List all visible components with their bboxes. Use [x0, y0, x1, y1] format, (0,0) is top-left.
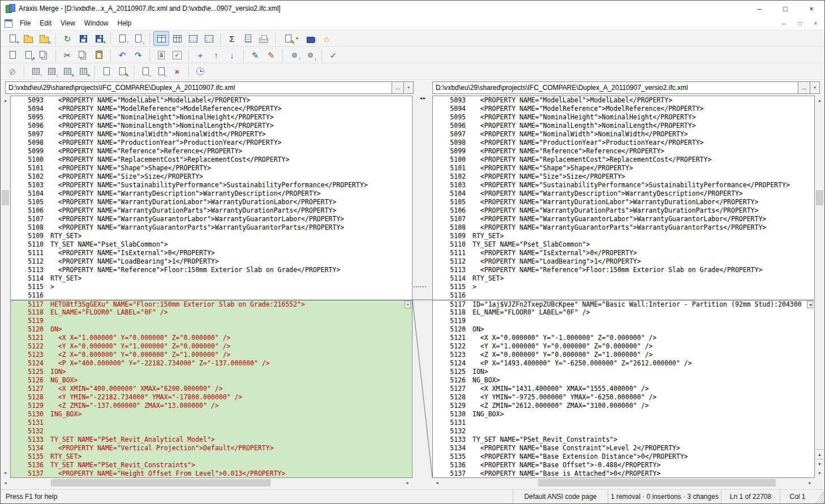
code-line[interactable]: 5121 <X X="1.000000" Y="0.000000" Z="0.0… — [11, 334, 412, 342]
code-line[interactable]: 5136TY_SET NAME="PSet_Revit_Constraints"… — [11, 461, 412, 469]
code-line[interactable]: 5132 — [433, 427, 814, 436]
code-line[interactable]: 5106 <PROPERTY NAME="WarrantyDurationPar… — [11, 206, 412, 215]
code-line[interactable]: 5110TY_SET NAME="Pset_SlabCommon"> — [433, 240, 814, 249]
text-view-button[interactable] — [185, 31, 201, 46]
right-hscroll-thumb[interactable] — [538, 479, 776, 486]
minimize-button[interactable]: – — [746, 1, 772, 16]
code-line[interactable]: 5132 — [11, 427, 412, 436]
code-line[interactable]: 5097 <PROPERTY NAME="NominalWidth">Nomin… — [11, 130, 412, 139]
left-path-dropdown[interactable]: ▼ — [404, 81, 414, 94]
code-line[interactable]: 5112 <PROPERTY NAME="LoadBearing">1</PRO… — [11, 257, 412, 266]
open-comparison-button[interactable] — [20, 31, 36, 46]
code-line[interactable]: 5100 <PROPERTY NAME="ReplacementCost">Re… — [433, 156, 814, 164]
code-line[interactable]: 5125ION> — [11, 368, 412, 376]
code-line[interactable]: 5098 <PROPERTY NAME="ProductionYear">Pro… — [11, 139, 412, 147]
code-line[interactable]: 5108 <PROPERTY NAME="WarrantyGuarantorPa… — [433, 223, 814, 232]
left-horizontal-scrollbar[interactable]: ◄ ► — [1, 478, 412, 488]
code-line[interactable]: 5099 <PROPERTY NAME="Reference">Referenc… — [433, 147, 814, 156]
code-line[interactable]: 5107 <PROPERTY NAME="WarrantyGuarantorLa… — [433, 215, 814, 223]
cut-button[interactable]: ✂ — [59, 48, 75, 62]
code-line[interactable]: 5124 <P X="400.000000" Y="-22182.734000"… — [11, 359, 412, 368]
code-line[interactable]: 5097 <PROPERTY NAME="NominalWidth">Nomin… — [433, 130, 814, 139]
code-line[interactable]: 5117HETO8tf3SgGEXu" NAME="Floor:150mm Ex… — [11, 300, 412, 308]
code-line[interactable]: 5121 <X X="0.000000" Y="-1.000000" Z="0.… — [433, 334, 814, 342]
code-line[interactable]: 5127 <X XMIN="400.000000" XMAX="6200.000… — [11, 385, 412, 393]
code-line[interactable]: 5131 — [433, 419, 814, 427]
code-line[interactable]: 5125ION> — [433, 368, 814, 376]
last-block-button[interactable]: » — [75, 64, 91, 79]
code-line[interactable]: 5124 <P X="1493.400000" Y="-6250.000000"… — [433, 359, 814, 368]
maximize-button[interactable]: □ — [772, 1, 798, 16]
scroll-left-icon[interactable]: ◄ — [432, 478, 442, 488]
code-line[interactable]: 5135 <PROPERTY NAME="Base Extension Dist… — [433, 453, 814, 461]
edit-first-file-button[interactable]: ✎ — [247, 48, 263, 62]
code-line[interactable]: 5111 <PROPERTY NAME="IsExternal">0</PROP… — [11, 249, 412, 257]
next-bookmark-button[interactable]: ↑ — [208, 48, 224, 62]
code-line[interactable]: 5128 <Y YMIN="-22182.734000" YMAX="-1780… — [11, 393, 412, 402]
open-document-button[interactable]: ✎ — [114, 64, 130, 79]
scroll-down-icon[interactable]: ▼ — [815, 468, 824, 478]
menu-view[interactable]: View — [56, 16, 80, 30]
previous-file-pair-button[interactable]: ↑ — [114, 31, 130, 46]
edit-second-file-button[interactable]: ✎ — [263, 48, 279, 62]
previous-difference-icon[interactable]: ▲ — [815, 449, 824, 459]
right-browse-button[interactable]: ... — [798, 81, 810, 94]
code-line[interactable]: 5136 <PROPERTY NAME="Base Offset">-0.488… — [433, 461, 814, 469]
code-line[interactable]: 5116 — [433, 291, 814, 300]
report-button[interactable] — [240, 31, 256, 46]
code-line[interactable]: 5093 <PROPERTY NAME="ModelLabel">ModelLa… — [433, 96, 814, 105]
code-line[interactable]: 5101 <PROPERTY NAME="Shape">Shape</PROPE… — [433, 164, 814, 173]
code-line[interactable]: 5105 <PROPERTY NAME="WarrantyDurationLab… — [433, 198, 814, 206]
copy-to-left-button[interactable]: ← — [153, 64, 169, 79]
code-line[interactable]: 5109RTY_SET> — [11, 232, 412, 240]
code-line[interactable]: 5118EL_NAME="FLOOR0" LABEL="0F" /> — [11, 308, 412, 317]
folder-comparison-button[interactable]: ≡ — [36, 31, 52, 46]
right-vertical-scrollbar[interactable]: ▲ ▲ ▼ ▼ — [815, 96, 824, 478]
code-line[interactable]: 5134 <PROPERTY NAME="Vertical Projection… — [11, 444, 412, 453]
menu-file[interactable]: File — [15, 16, 35, 30]
code-line[interactable]: 5131 — [11, 419, 412, 427]
menu-help[interactable]: Help — [113, 16, 136, 30]
right-file-path-field[interactable]: D:\vxbd\eu\29\shared\projects\IFC_COMPAR… — [432, 81, 798, 94]
options-button[interactable]: ✎▼ — [279, 31, 303, 46]
left-file-pane[interactable]: 5093 <PROPERTY NAME="ModelLabel">ModelLa… — [10, 96, 412, 478]
left-file-path-field[interactable]: D:\vxbd\eu\29\shared\projects\IFC_COMPAR… — [5, 81, 392, 94]
code-line[interactable]: 5119 — [11, 317, 412, 325]
left-hscroll-thumb[interactable] — [51, 479, 270, 486]
code-line[interactable]: 5099 <PROPERTY NAME="Reference">Referenc… — [11, 147, 412, 156]
code-line[interactable]: 5110TY_SET NAME="Pset_SlabCommon"> — [11, 240, 412, 249]
close-button[interactable]: × — [798, 1, 824, 16]
menu-window[interactable]: Window — [80, 16, 113, 30]
right-scrollbar-thumb[interactable] — [816, 190, 823, 205]
code-line[interactable]: 5122 <Y X="1.000000" Y="0.000000" Z="0.0… — [433, 342, 814, 351]
new-comparison-button[interactable]: + — [5, 31, 20, 46]
code-line[interactable]: 5115> — [433, 283, 814, 291]
code-line[interactable]: 5126NG_BOX> — [11, 376, 412, 385]
code-line[interactable]: 5095 <PROPERTY NAME="NominalHeight">Nomi… — [11, 113, 412, 122]
code-line[interactable]: 5107 <PROPERTY NAME="WarrantyGuarantorLa… — [11, 215, 412, 223]
copy-button[interactable] — [75, 48, 91, 62]
first-block-button[interactable]: « — [59, 64, 75, 79]
home-button[interactable]: ⌂ — [319, 31, 334, 46]
code-line[interactable]: 5127 <X XMIN="1431.400000" XMAX="1555.40… — [433, 385, 814, 393]
open-file-button[interactable]: ↗ — [20, 48, 36, 62]
code-line[interactable]: 5116 — [11, 291, 412, 300]
code-line[interactable]: 5095 <PROPERTY NAME="NominalHeight">Nomi… — [433, 113, 814, 122]
code-line[interactable]: 5129 <Z ZMIN="2612.000000" ZMAX="3100.00… — [433, 402, 814, 410]
code-line[interactable]: 5137 <PROPERTY NAME="Base is Attached">0… — [433, 469, 814, 478]
code-line[interactable]: 5120ON> — [11, 325, 412, 334]
code-line[interactable]: 5120ON> — [433, 325, 814, 334]
automatic-merge-button[interactable]: ✓ — [325, 48, 341, 62]
save-button[interactable] — [75, 31, 91, 46]
mdi-restore-button[interactable]: □ — [793, 18, 807, 29]
code-line[interactable]: 5129 <Z ZMIN="-137.000000" ZMAX="13.0000… — [11, 402, 412, 410]
code-line[interactable]: 5134 <PROPERTY NAME="Base Constraint">Le… — [433, 444, 814, 453]
new-document-button[interactable] — [98, 64, 114, 79]
scroll-up-icon[interactable]: ▲ — [815, 96, 824, 105]
code-line[interactable]: 5109RTY_SET> — [433, 232, 814, 240]
right-scrollbar-track[interactable] — [815, 105, 824, 449]
print-button[interactable] — [256, 31, 272, 46]
code-line[interactable]: 5113 <PROPERTY NAME="Reference">Floor:15… — [11, 266, 412, 274]
next-file-pair-button[interactable]: ↓ — [130, 31, 146, 46]
code-line[interactable]: 5118EL_NAME="FLOOR0" LABEL="0F" /> — [433, 308, 814, 317]
